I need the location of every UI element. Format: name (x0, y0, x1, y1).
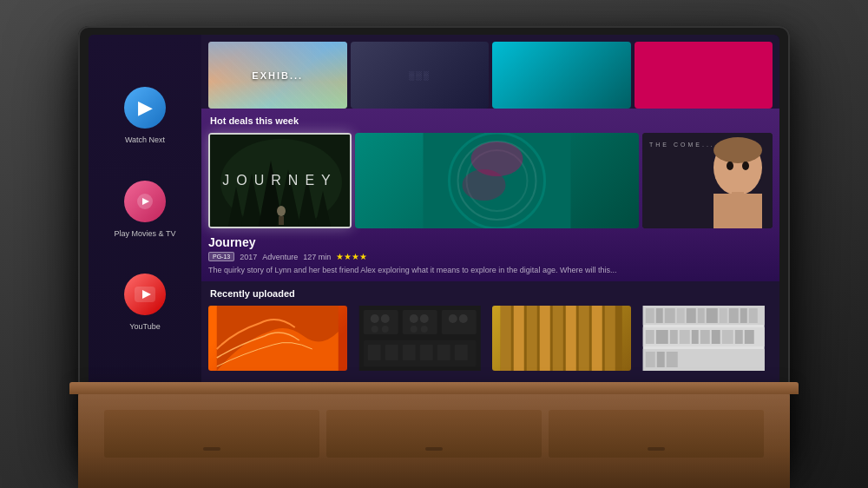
svg-rect-23 (363, 310, 398, 334)
recent-orange-image (208, 306, 347, 371)
svg-point-24 (370, 314, 378, 323)
top-thumb-teal[interactable] (492, 42, 631, 109)
svg-rect-67 (748, 308, 757, 323)
svg-rect-33 (441, 310, 476, 334)
exhibit-label: EXHIB... (252, 70, 303, 81)
recently-uploaded-title: Recently uploaded (208, 288, 773, 299)
comedy-title-text: THE COME... (649, 142, 715, 148)
recent-thumb-shelves[interactable] (635, 306, 773, 371)
tv-bezel: ▶ Watch Next Play Movies & TV (89, 35, 779, 425)
svg-rect-64 (719, 308, 727, 323)
svg-rect-70 (669, 330, 677, 344)
svg-rect-65 (728, 308, 738, 323)
svg-point-20 (742, 162, 749, 170)
svg-point-27 (381, 326, 388, 333)
svg-point-6 (277, 206, 286, 216)
svg-rect-79 (656, 352, 664, 367)
svg-point-30 (419, 314, 428, 323)
recent-thumb-orange[interactable] (208, 306, 347, 371)
sidebar-item-play-movies[interactable]: Play Movies & TV (115, 181, 176, 240)
deals-row: JOURNEY (208, 133, 773, 228)
dresser-drawer-row (78, 392, 790, 466)
svg-rect-62 (697, 308, 704, 323)
svg-rect-57 (645, 308, 654, 323)
sidebar-item-watch-next[interactable]: ▶ Watch Next (124, 87, 166, 146)
sidebar-item-youtube[interactable]: YouTube (124, 274, 166, 333)
svg-rect-44 (501, 306, 511, 371)
svg-rect-50 (579, 306, 589, 371)
svg-point-32 (420, 326, 427, 333)
svg-rect-48 (553, 306, 563, 371)
svg-rect-42 (454, 345, 467, 360)
sidebar-label-watch-next: Watch Next (125, 135, 165, 146)
movie-genre: Adventure (262, 253, 298, 261)
recent-thumb-yellow[interactable] (492, 306, 631, 371)
watch-next-icon: ▶ (124, 87, 166, 129)
svg-rect-77 (744, 330, 753, 344)
svg-rect-38 (385, 345, 398, 360)
movie-info-section: Journey PG-13 2017 Adventure 127 min ★★★… (201, 228, 779, 281)
svg-rect-46 (527, 306, 537, 371)
recent-shelves-image (635, 306, 773, 371)
top-thumb-dark[interactable]: ░░░ (351, 42, 490, 109)
svg-rect-41 (437, 345, 450, 360)
tumble-dry-decoration (355, 133, 639, 228)
svg-point-13 (463, 169, 506, 201)
svg-rect-69 (655, 330, 667, 344)
svg-rect-40 (419, 345, 432, 360)
tumble-dry-background: TUMBLEDRY (355, 133, 639, 228)
svg-rect-45 (514, 306, 524, 371)
play-movies-icon (124, 181, 166, 222)
youtube-icon (124, 274, 166, 315)
svg-rect-78 (645, 352, 654, 367)
movie-title: Journey (208, 235, 773, 249)
tv-screen: ▶ Watch Next Play Movies & TV (89, 35, 779, 425)
svg-point-31 (410, 326, 417, 333)
rating-badge: PG-13 (208, 252, 234, 261)
dresser-furniture (78, 392, 790, 488)
deal-card-journey[interactable]: JOURNEY (208, 133, 352, 228)
svg-rect-66 (740, 308, 746, 323)
svg-rect-58 (655, 308, 662, 323)
deal-card-tumble-dry[interactable]: TUMBLEDRY (355, 133, 639, 228)
dresser-top-surface (69, 382, 799, 394)
svg-point-29 (409, 314, 418, 323)
svg-rect-39 (402, 345, 415, 360)
svg-rect-63 (706, 308, 717, 323)
top-thumb-landscape[interactable]: EXHIB... (208, 42, 347, 109)
recently-uploaded-row (208, 306, 773, 371)
movie-duration: 127 min (303, 253, 331, 261)
hot-deals-title: Hot deals this week (208, 115, 773, 126)
svg-point-25 (380, 314, 389, 323)
recently-uploaded-section: Recently uploaded (201, 281, 779, 371)
svg-rect-49 (566, 306, 576, 371)
svg-rect-51 (592, 306, 602, 371)
svg-rect-59 (664, 308, 674, 323)
sidebar-label-play-movies: Play Movies & TV (115, 229, 176, 240)
top-thumb-pink[interactable] (635, 42, 773, 109)
svg-point-34 (448, 314, 457, 323)
svg-point-19 (727, 162, 733, 170)
deal-card-comedy[interactable]: THE COME... (642, 133, 773, 228)
svg-rect-52 (605, 306, 615, 371)
svg-rect-74 (711, 330, 720, 344)
sidebar-label-youtube: YouTube (129, 322, 160, 333)
svg-rect-18 (732, 192, 744, 202)
svg-rect-7 (279, 216, 284, 225)
svg-rect-80 (666, 352, 677, 367)
journey-title-overlay: JOURNEY (222, 173, 337, 188)
dresser-drawer-2 (326, 410, 542, 458)
movie-meta: PG-13 2017 Adventure 127 min ★★★★ (208, 252, 773, 261)
dresser-drawer-3 (549, 410, 764, 458)
recent-thumb-dark-grid[interactable] (351, 306, 490, 371)
landscape-image: EXHIB... (208, 42, 347, 109)
svg-rect-72 (691, 330, 698, 344)
svg-point-17 (713, 137, 762, 163)
svg-rect-75 (721, 330, 733, 344)
svg-rect-28 (402, 310, 437, 334)
movie-stars: ★★★★ (336, 252, 367, 261)
top-thumbnails-row: EXHIB... ░░░ (201, 35, 779, 109)
recent-yellow-image (492, 306, 631, 371)
svg-rect-61 (686, 308, 695, 323)
svg-rect-37 (367, 345, 380, 360)
